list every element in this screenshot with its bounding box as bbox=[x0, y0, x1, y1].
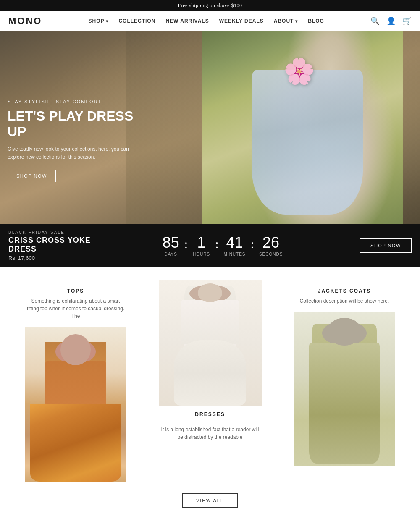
view-all-button[interactable]: VIEW ALL bbox=[182, 493, 238, 508]
hero-flower-decoration: 🌸 bbox=[284, 56, 315, 86]
hero-title: LET'S PLAY DRESS UP bbox=[8, 108, 134, 139]
hero-section: 🌸 STAY STYLISH | STAY COMFORT LET'S PLAY… bbox=[0, 31, 420, 224]
countdown-days: 85 Days bbox=[163, 235, 179, 257]
dresses-image[interactable] bbox=[159, 280, 262, 406]
bf-price: Rs. 17,600 bbox=[8, 255, 101, 261]
dresses-title: DRESSES bbox=[195, 411, 225, 417]
dresses-description: It is a long established fact that a rea… bbox=[160, 426, 260, 441]
nav-about[interactable]: ABOUT bbox=[274, 18, 298, 24]
countdown-hours: 1 Hours bbox=[193, 235, 210, 257]
countdown-seconds-label: Seconds bbox=[259, 252, 283, 257]
search-icon[interactable]: 🔍 bbox=[370, 16, 380, 26]
main-nav: SHOP COLLECTION NEW ARRIVALS WEEKLY DEAL… bbox=[89, 18, 324, 24]
countdown-minutes: 41 Minutes bbox=[224, 235, 246, 257]
jackets-title: JACKETS COATS bbox=[318, 288, 371, 294]
bf-info: BLACK FRIDAY SALE CRISS CROSS YOKE DRESS… bbox=[8, 230, 101, 261]
tops-image-visual bbox=[25, 327, 126, 482]
countdown-hours-value: 1 bbox=[193, 235, 210, 250]
countdown-seconds: 26 Seconds bbox=[259, 235, 283, 257]
nav-weekly-deals[interactable]: WEEKLY DEALS bbox=[219, 18, 264, 24]
tops-image[interactable] bbox=[25, 327, 126, 482]
hero-content: STAY STYLISH | STAY COMFORT LET'S PLAY D… bbox=[8, 99, 134, 182]
jackets-description: Collection description will be show here… bbox=[300, 297, 389, 305]
nav-new-arrivals[interactable]: NEW ARRIVALS bbox=[165, 18, 209, 24]
collection-jackets: JACKETS COATS Collection description wil… bbox=[277, 288, 412, 466]
bf-shop-now-button[interactable]: SHOP NOW bbox=[360, 238, 412, 253]
header: MONO SHOP COLLECTION NEW ARRIVALS WEEKLY… bbox=[0, 11, 420, 31]
announcement-bar: Free shipping on above $100 bbox=[0, 0, 420, 11]
countdown-seconds-value: 26 bbox=[259, 235, 283, 250]
tops-description: Something is exhilarating about a smart … bbox=[25, 297, 126, 320]
view-all-wrapper: VIEW ALL bbox=[8, 493, 412, 508]
header-icons: 🔍 👤 🛒 bbox=[370, 16, 412, 26]
bf-product-title: CRISS CROSS YOKE DRESS bbox=[8, 236, 101, 254]
jackets-image[interactable] bbox=[294, 312, 395, 466]
hero-description: Give totally new look to your collection… bbox=[8, 145, 134, 161]
bf-countdown: 85 Days : 1 Hours : 41 Minutes : 26 Seco… bbox=[101, 235, 344, 257]
countdown-minutes-value: 41 bbox=[224, 235, 246, 250]
countdown-sep-3: : bbox=[251, 235, 254, 251]
countdown-days-label: Days bbox=[163, 252, 179, 257]
countdown-sep-2: : bbox=[215, 235, 218, 251]
collection-tops: TOPS Something is exhilarating about a s… bbox=[8, 288, 143, 482]
hero-shop-now-button[interactable]: SHOP NOW bbox=[8, 170, 56, 182]
announcement-text: Free shipping on above $100 bbox=[178, 3, 242, 8]
countdown-hours-label: Hours bbox=[193, 252, 210, 257]
bf-banner: BLACK FRIDAY SALE CRISS CROSS YOKE DRESS… bbox=[0, 224, 420, 267]
tops-title: TOPS bbox=[67, 288, 84, 294]
collections-section: TOPS Something is exhilarating about a s… bbox=[0, 267, 420, 524]
collections-grid: TOPS Something is exhilarating about a s… bbox=[8, 288, 412, 482]
countdown-sep-1: : bbox=[184, 235, 188, 251]
bf-sale-label: BLACK FRIDAY SALE bbox=[8, 230, 101, 235]
logo[interactable]: MONO bbox=[8, 16, 42, 26]
countdown-minutes-label: Minutes bbox=[224, 252, 246, 257]
nav-collection[interactable]: COLLECTION bbox=[118, 18, 155, 24]
dresses-image-visual bbox=[159, 280, 262, 406]
nav-shop[interactable]: SHOP bbox=[89, 18, 109, 24]
nav-blog[interactable]: BLOG bbox=[308, 18, 324, 24]
collection-dresses: DRESSES It is a long established fact th… bbox=[143, 280, 277, 443]
jackets-image-visual bbox=[294, 312, 395, 466]
bf-cta: SHOP NOW bbox=[344, 238, 412, 253]
countdown-days-value: 85 bbox=[163, 235, 179, 250]
account-icon[interactable]: 👤 bbox=[386, 16, 396, 26]
cart-icon[interactable]: 🛒 bbox=[402, 16, 412, 26]
hero-tagline: STAY STYLISH | STAY COMFORT bbox=[8, 99, 134, 104]
